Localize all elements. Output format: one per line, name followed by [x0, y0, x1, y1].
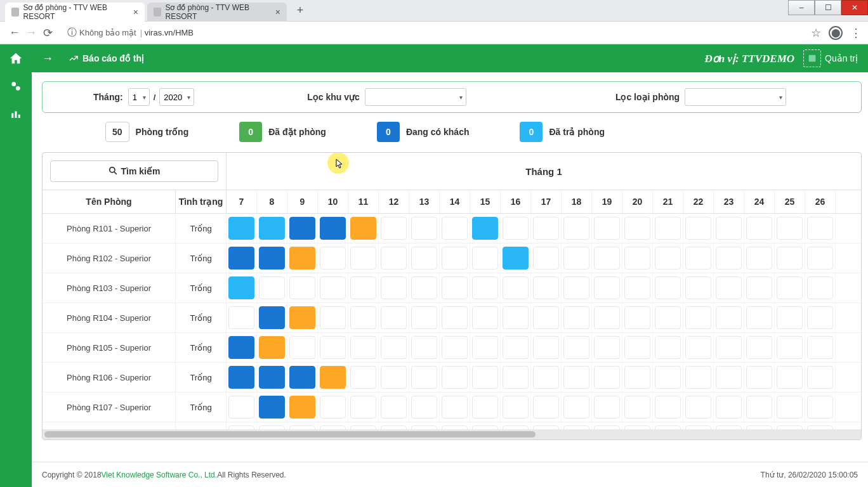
table-row[interactable]: Phòng R101 - SuperiorTrống [43, 214, 861, 244]
booking-cell[interactable] [563, 396, 589, 419]
day-cell[interactable] [805, 273, 836, 302]
report-icon[interactable] [0, 100, 32, 128]
booking-cell[interactable] [228, 306, 254, 329]
day-cell[interactable] [318, 422, 348, 429]
day-cell[interactable] [348, 273, 379, 302]
day-cell[interactable] [409, 363, 440, 392]
day-cell[interactable] [775, 303, 805, 332]
browser-tab[interactable]: Sơ đồ phòng - TTV WEB RESORT × [5, 3, 145, 22]
booking-cell[interactable] [807, 217, 833, 240]
day-cell[interactable] [318, 244, 348, 273]
booking-cell[interactable] [411, 276, 437, 299]
day-cell[interactable] [440, 303, 470, 332]
booking-cell[interactable] [746, 217, 772, 240]
booking-cell[interactable] [442, 217, 468, 240]
day-cell[interactable] [470, 214, 501, 243]
booking-cell[interactable] [442, 396, 468, 419]
day-cell[interactable] [409, 273, 440, 302]
day-cell[interactable] [440, 363, 470, 392]
booking-cell[interactable] [411, 247, 437, 269]
booking-cell[interactable] [503, 396, 529, 419]
day-cell[interactable] [227, 363, 257, 392]
booking-cell[interactable] [655, 366, 681, 389]
info-icon[interactable]: ⓘ [67, 27, 77, 39]
booking-cell[interactable] [563, 247, 589, 269]
day-cell[interactable] [805, 244, 836, 273]
booking-cell[interactable] [259, 247, 285, 269]
booking-cell[interactable] [624, 217, 650, 240]
day-cell[interactable] [653, 363, 683, 392]
day-cell[interactable] [470, 422, 501, 429]
booking-cell[interactable] [472, 217, 498, 240]
day-cell[interactable] [744, 363, 775, 392]
day-cell[interactable] [470, 363, 501, 392]
day-cell[interactable] [653, 303, 683, 332]
day-cell[interactable] [409, 422, 440, 429]
booking-cell[interactable] [503, 336, 529, 359]
day-cell[interactable] [470, 273, 501, 302]
booking-cell[interactable] [655, 247, 681, 269]
booking-cell[interactable] [381, 366, 407, 389]
booking-cell[interactable] [259, 217, 285, 240]
day-cell[interactable] [622, 273, 653, 302]
day-cell[interactable] [318, 333, 348, 362]
day-cell[interactable] [531, 363, 562, 392]
window-close-button[interactable]: ✕ [841, 0, 868, 15]
day-cell[interactable] [440, 393, 470, 422]
booking-cell[interactable] [533, 217, 559, 240]
booking-cell[interactable] [381, 336, 407, 359]
day-cell[interactable] [592, 333, 622, 362]
booking-cell[interactable] [655, 336, 681, 359]
booking-cell[interactable] [259, 336, 285, 359]
day-cell[interactable] [379, 214, 409, 243]
day-cell[interactable] [348, 363, 379, 392]
star-icon[interactable]: ☆ [811, 26, 821, 40]
day-cell[interactable] [592, 273, 622, 302]
day-cell[interactable] [227, 303, 257, 332]
booking-cell[interactable] [533, 306, 559, 329]
day-cell[interactable] [562, 422, 592, 429]
day-cell[interactable] [562, 333, 592, 362]
profile-icon[interactable]: ⬤ [829, 26, 843, 40]
booking-cell[interactable] [442, 247, 468, 269]
booking-cell[interactable] [289, 306, 315, 329]
day-cell[interactable] [653, 333, 683, 362]
day-cell[interactable] [531, 333, 562, 362]
day-cell[interactable] [409, 333, 440, 362]
booking-cell[interactable] [563, 366, 589, 389]
day-cell[interactable] [744, 333, 775, 362]
booking-cell[interactable] [685, 396, 711, 419]
url-input[interactable]: ⓘ Không bảo mật | viras.vn/HMB [61, 24, 806, 42]
home-icon[interactable] [0, 44, 32, 72]
day-cell[interactable] [501, 333, 531, 362]
day-cell[interactable] [440, 244, 470, 273]
booking-cell[interactable] [259, 396, 285, 419]
booking-cell[interactable] [746, 366, 772, 389]
booking-cell[interactable] [259, 366, 285, 389]
day-cell[interactable] [531, 214, 562, 243]
day-cell[interactable] [287, 422, 318, 429]
day-cell[interactable] [257, 393, 287, 422]
table-row[interactable]: Phòng R107 - SuperiorTrống [43, 393, 861, 422]
booking-cell[interactable] [624, 366, 650, 389]
month-select[interactable]: 1 [128, 88, 150, 106]
booking-cell[interactable] [624, 247, 650, 269]
day-cell[interactable] [501, 214, 531, 243]
day-cell[interactable] [379, 273, 409, 302]
day-cell[interactable] [287, 303, 318, 332]
table-row[interactable]: Phòng R106 - SuperiorTrống [43, 363, 861, 393]
booking-cell[interactable] [228, 336, 254, 359]
day-cell[interactable] [714, 244, 744, 273]
booking-cell[interactable] [411, 336, 437, 359]
booking-cell[interactable] [228, 366, 254, 389]
booking-cell[interactable] [685, 336, 711, 359]
day-cell[interactable] [805, 422, 836, 429]
day-cell[interactable] [318, 273, 348, 302]
booking-cell[interactable] [716, 306, 742, 329]
booking-cell[interactable] [716, 396, 742, 419]
booking-cell[interactable] [716, 247, 742, 269]
day-cell[interactable] [379, 303, 409, 332]
day-cell[interactable] [622, 422, 653, 429]
day-cell[interactable] [653, 393, 683, 422]
booking-cell[interactable] [746, 276, 772, 299]
